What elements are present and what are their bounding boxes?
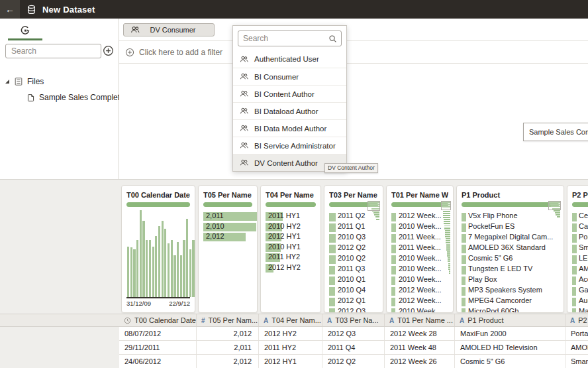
frequency-strip xyxy=(442,202,450,274)
list-item: LED xyxy=(572,254,588,265)
cell-text: 2012 Week 26 xyxy=(385,355,455,368)
tree-node-files[interactable]: Files xyxy=(0,75,119,88)
arrow-left-icon: ← xyxy=(5,4,15,15)
dataset-diagram-node[interactable]: Sample Sales Complete xyxy=(523,123,588,141)
cell-text: 2011 Q4 xyxy=(322,341,385,354)
value-label: AMOL xyxy=(572,265,588,273)
cell-text: Portab xyxy=(565,327,588,340)
list-item: 2010 Week... xyxy=(391,275,448,286)
list-item: AMOLED 36X Standard xyxy=(462,243,559,254)
column-header-p2[interactable]: A P2 P xyxy=(565,314,588,326)
people-icon xyxy=(240,124,248,133)
role-item[interactable]: Authenticated User xyxy=(233,50,346,68)
list-item: 2011 Q3 xyxy=(329,265,378,275)
role-item[interactable]: BI Service Administrator xyxy=(233,137,346,154)
cell-text: Smart xyxy=(565,355,588,368)
add-dataset-button[interactable] xyxy=(102,44,115,57)
role-list: Authenticated User BI Consumer BI Conten… xyxy=(233,50,346,171)
scroll-thumb[interactable] xyxy=(441,201,451,210)
value-label: MP3 Speakers System xyxy=(462,286,559,294)
back-button[interactable]: ← xyxy=(0,0,20,19)
cell-text: Cosmic 5" G6 xyxy=(455,355,565,368)
value-list: 2011 Q2 2011 Q1 2010 Q3 2012 Q2 2010 Q2 … xyxy=(329,212,378,313)
value-label: PocketFun ES xyxy=(462,222,559,230)
cell-text: 2012 Q3 xyxy=(322,327,385,340)
scroll-thumb[interactable] xyxy=(368,201,380,211)
column-card-t00[interactable]: T00 Calendar Date 31/12/09 22/9/12 xyxy=(121,185,195,313)
column-card-t03[interactable]: T03 Per Name Qtr 2011 Q2 2011 Q1 2010 Q3… xyxy=(324,185,383,313)
value-label: 2011 HY1 xyxy=(266,212,316,219)
list-item: Gamin xyxy=(572,286,588,296)
value-label: 2010 HY1 xyxy=(266,243,316,251)
table-row: 08/07/2012 2,012 2012 HY2 2012 Q3 2012 W… xyxy=(119,327,588,341)
tree-node-label: Sample Sales Complete... xyxy=(39,93,131,102)
value-label: Tungsten E LED TV xyxy=(462,265,559,273)
value-label: Came xyxy=(572,222,588,230)
table-header-row: T00 Calendar Date # T05 Per Nam... A T04… xyxy=(0,314,588,327)
role-item-label: BI Content Author xyxy=(254,90,315,98)
column-header-t00[interactable]: T00 Calendar Date xyxy=(119,314,197,326)
frequency-strip xyxy=(549,202,560,217)
add-filter-bar[interactable]: Click here to add a filter xyxy=(119,41,588,64)
column-card-t01[interactable]: T01 Per Name Week 2012 Week... 2010 Week… xyxy=(386,185,454,313)
search-icon xyxy=(328,34,337,43)
value-label: Cell Ph xyxy=(572,212,588,219)
text-icon: A xyxy=(264,317,268,324)
sidebar-search-input[interactable] xyxy=(5,44,101,58)
column-card-p2[interactable]: P2 Pro Cell Ph Came Portal Smart LED AMO… xyxy=(567,185,588,313)
value-label: 2,010 xyxy=(203,222,252,230)
role-item[interactable]: BI Dataload Author xyxy=(233,102,346,119)
list-item: 2012 Q1 xyxy=(329,296,378,307)
cell-date: 08/07/2012 xyxy=(119,327,197,340)
value-label: 7 Megapixel Digital Cam... xyxy=(462,233,559,241)
role-dropdown: Authenticated User BI Consumer BI Conten… xyxy=(232,25,347,172)
text-icon: A xyxy=(327,317,332,324)
list-item: 2011 Week... xyxy=(391,243,448,254)
list-item: 2012 Week... xyxy=(391,286,448,296)
cell-text: 2012 Week 28 xyxy=(385,327,455,340)
value-label: 2012 Q2 xyxy=(329,243,378,251)
list-item: 2010 Week... xyxy=(391,222,448,233)
list-item: 2011 HY2 xyxy=(266,253,316,263)
role-item-label: BI Service Administrator xyxy=(254,142,336,150)
column-header-t05[interactable]: # T05 Per Nam... xyxy=(197,314,259,326)
role-item-label: BI Consumer xyxy=(254,73,299,81)
people-icon xyxy=(240,158,248,167)
cell-text: 2011 Week 48 xyxy=(385,341,455,354)
list-item: MicroPod 60Gb xyxy=(462,307,559,313)
value-label: 2,011 xyxy=(203,212,252,219)
role-item[interactable]: BI Consumer xyxy=(233,68,346,85)
dataset-canvas: DV Consumer Click here to add a filter S… xyxy=(119,19,588,179)
column-header-p1[interactable]: A P1 Product xyxy=(455,314,565,326)
column-card-p1[interactable]: P1 Product V5x Flip Phone PocketFun ES 7… xyxy=(456,185,564,313)
number-icon: # xyxy=(201,317,205,324)
quality-bar xyxy=(266,202,316,207)
list-item: 2,012 xyxy=(203,232,252,243)
cell-text: AMOLE xyxy=(565,341,588,354)
tree-node-dataset[interactable]: Sample Sales Complete... xyxy=(0,91,119,104)
dropdown-search-input[interactable] xyxy=(238,31,342,46)
dataset-file-icon xyxy=(26,93,35,102)
top-bar: ← New Dataset xyxy=(0,0,588,19)
value-label: Gamin xyxy=(572,286,588,294)
value-label: 2010 Week... xyxy=(391,265,448,273)
tree-node-label: Files xyxy=(27,77,44,86)
role-item[interactable]: BI Content Author xyxy=(233,85,346,102)
column-header-t03[interactable]: A T03 Per Na... xyxy=(322,314,385,326)
card-title: P2 Pro xyxy=(572,191,588,199)
column-card-t05[interactable]: T05 Per Name Y... 2,011 2,010 2,012 xyxy=(198,185,258,313)
role-chip[interactable]: DV Consumer xyxy=(123,23,215,36)
card-title: T04 Per Name ... xyxy=(266,191,316,199)
list-item: 2010 Q3 xyxy=(329,233,378,243)
scroll-thumb[interactable] xyxy=(548,201,561,210)
column-card-t04[interactable]: T04 Per Name ... 2011 HY1 2010 HY2 2012 … xyxy=(260,185,321,313)
expand-caret-icon[interactable] xyxy=(5,80,9,84)
list-item: Tungsten E LED TV xyxy=(462,265,559,275)
role-item[interactable]: BI Data Model Author xyxy=(233,119,346,137)
column-header-t01[interactable]: A T01 Per Name ... xyxy=(385,314,455,326)
frequency-strip xyxy=(368,202,379,220)
connections-tab[interactable] xyxy=(8,21,42,40)
value-list: V5x Flip Phone PocketFun ES 7 Megapixel … xyxy=(462,212,559,313)
list-item: 2,010 xyxy=(203,222,252,233)
column-header-t04[interactable]: A T04 Per Nam... xyxy=(259,314,322,326)
